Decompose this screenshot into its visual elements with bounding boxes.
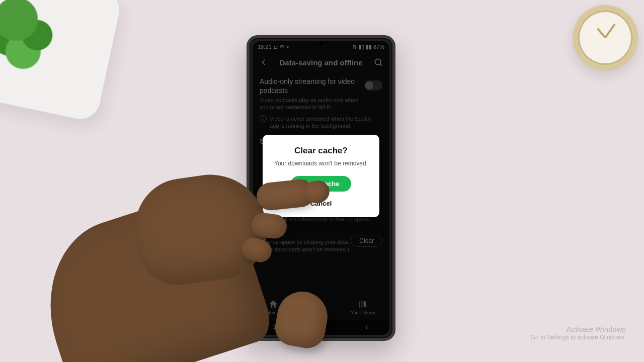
watermark-line1: Activate Windows	[531, 324, 626, 334]
cancel-button[interactable]: Cancel	[271, 197, 371, 210]
windows-watermark: Activate Windows Go to Settings to activ…	[531, 324, 626, 342]
clear-cache-dialog: Clear cache? Your downloads won't be rem…	[263, 135, 379, 217]
clear-cache-button[interactable]: Clear cache	[291, 176, 351, 192]
plant-prop	[0, 0, 101, 101]
watermark-line2: Go to Settings to activate Windows.	[531, 334, 626, 342]
dialog-subtitle: Your downloads won't be removed.	[271, 160, 371, 167]
screen: 18:21 ◘ ✉ • ⇅ ▮▯ ▮▮ 87% Data-saving and …	[253, 41, 389, 335]
phone-frame: 18:21 ◘ ✉ • ⇅ ▮▯ ▮▮ 87% Data-saving and …	[247, 35, 395, 341]
dialog-title: Clear cache?	[271, 146, 371, 156]
clock-prop	[573, 5, 638, 70]
camera-hole	[319, 41, 323, 45]
